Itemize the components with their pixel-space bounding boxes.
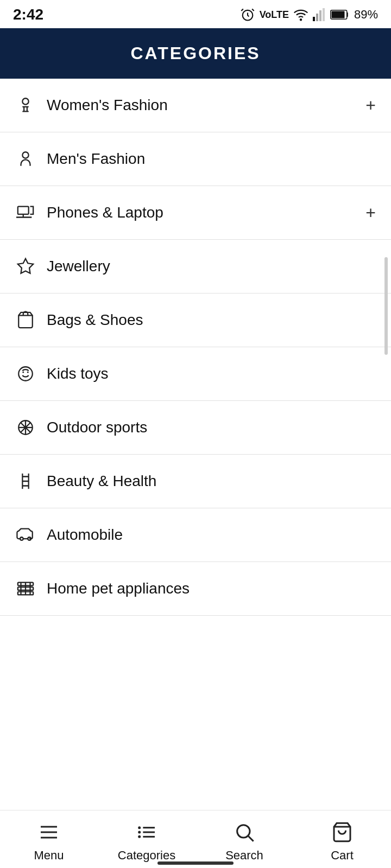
scroll-thumb	[384, 257, 388, 355]
category-label-beauty-health: Beauty & Health	[47, 473, 156, 490]
category-label-automobile: Automobile	[47, 526, 123, 544]
svg-point-1	[300, 19, 301, 20]
alarm-icon	[240, 7, 255, 22]
nav-item-cart[interactable]: Cart	[310, 820, 375, 863]
categories-icon	[135, 820, 159, 844]
kids-icon	[15, 363, 36, 384]
svg-point-39	[237, 825, 250, 838]
volte-icon: VoLTE	[260, 9, 289, 21]
expand-icon-phones-laptop[interactable]: +	[365, 204, 376, 221]
categories-header: CATEGORIES	[0, 28, 391, 79]
svg-rect-5	[323, 8, 325, 21]
svg-point-15	[22, 372, 24, 373]
outdoor-icon	[15, 417, 36, 438]
mens-icon	[15, 149, 36, 169]
svg-point-16	[27, 372, 29, 373]
svg-point-35	[138, 831, 141, 834]
category-item-kids-toys[interactable]: Kids toys	[0, 347, 391, 401]
auto-icon	[15, 525, 36, 545]
category-label-outdoor-sports: Outdoor sports	[47, 419, 147, 436]
womens-icon	[15, 95, 36, 116]
status-time: 2:42	[13, 6, 43, 23]
category-item-bags-shoes[interactable]: Bags & Shoes	[0, 293, 391, 347]
home-icon	[15, 578, 36, 599]
svg-rect-2	[313, 17, 315, 21]
bags-icon	[15, 310, 36, 330]
category-label-bags-shoes: Bags & Shoes	[47, 311, 143, 329]
svg-point-22	[20, 537, 23, 540]
category-label-womens-fashion: Women's Fashion	[47, 97, 168, 114]
expand-icon-womens-fashion[interactable]: +	[365, 97, 376, 114]
menu-icon	[37, 820, 61, 844]
svg-rect-7	[331, 11, 344, 18]
search-icon	[232, 820, 256, 844]
beauty-icon	[15, 471, 36, 492]
category-item-womens-fashion[interactable]: Women's Fashion+	[0, 79, 391, 132]
svg-point-9	[22, 152, 28, 158]
category-label-phones-laptop: Phones & Laptop	[47, 204, 163, 221]
cart-icon	[330, 820, 354, 844]
nav-item-categories[interactable]: Categories	[114, 820, 179, 863]
category-item-mens-fashion[interactable]: Men's Fashion	[0, 132, 391, 186]
category-label-kids-toys: Kids toys	[47, 365, 109, 382]
category-item-outdoor-sports[interactable]: Outdoor sports	[0, 401, 391, 455]
category-item-phones-laptop[interactable]: Phones & Laptop+	[0, 186, 391, 240]
wifi-icon	[293, 7, 308, 22]
category-label-jewellery: Jewellery	[47, 258, 110, 275]
nav-label-cart: Cart	[331, 848, 354, 863]
battery-icon	[330, 7, 350, 22]
svg-rect-3	[316, 14, 318, 21]
category-item-home-pet[interactable]: Home pet appliances	[0, 562, 391, 616]
bottom-nav: Menu Categories Search	[0, 810, 391, 868]
category-item-beauty-health[interactable]: Beauty & Health	[0, 455, 391, 508]
status-bar: 2:42 VoLTE 89%	[0, 0, 391, 28]
nav-item-menu[interactable]: Menu	[16, 820, 81, 863]
category-label-mens-fashion: Men's Fashion	[47, 150, 145, 168]
home-indicator	[157, 861, 234, 865]
category-list: Women's Fashion+ Men's Fashion Phones & …	[0, 79, 391, 616]
svg-point-8	[22, 98, 28, 104]
nav-label-categories: Categories	[118, 848, 175, 863]
category-item-jewellery[interactable]: Jewellery	[0, 240, 391, 293]
nav-label-search: Search	[225, 848, 263, 863]
scroll-track[interactable]	[384, 28, 388, 792]
svg-rect-4	[319, 10, 321, 21]
category-label-home-pet: Home pet appliances	[47, 580, 190, 597]
svg-marker-12	[18, 259, 33, 273]
category-item-automobile[interactable]: Automobile	[0, 508, 391, 562]
svg-point-33	[138, 826, 141, 829]
nav-item-search[interactable]: Search	[212, 820, 277, 863]
svg-line-40	[249, 837, 254, 841]
battery-percent: 89%	[354, 8, 378, 22]
status-icons: VoLTE 89%	[240, 7, 378, 22]
nav-label-menu: Menu	[34, 848, 64, 863]
jewellery-icon	[15, 256, 36, 277]
svg-point-37	[138, 835, 141, 838]
header-title: CATEGORIES	[130, 43, 260, 63]
svg-rect-10	[18, 207, 29, 214]
signal-icon	[313, 7, 326, 22]
laptop-icon	[15, 202, 36, 223]
